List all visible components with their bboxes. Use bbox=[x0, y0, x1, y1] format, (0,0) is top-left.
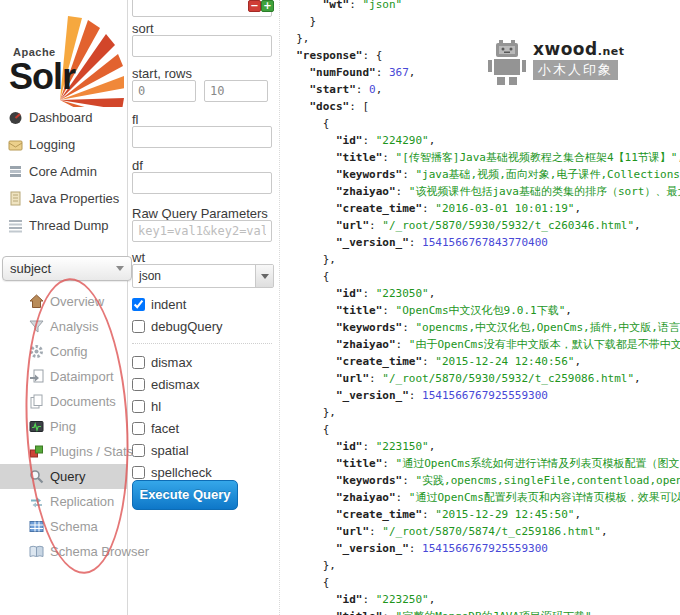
json-line: "title": "[传智播客]Java基础视频教程之集合框架4【11节课】", bbox=[283, 149, 680, 166]
execute-query-button[interactable]: Execute Query bbox=[132, 480, 238, 510]
json-line: }, bbox=[283, 251, 680, 268]
add-fq-button[interactable]: + bbox=[261, 0, 274, 12]
json-line: { bbox=[283, 268, 680, 285]
query-icon bbox=[29, 469, 44, 484]
json-line: "keywords": "opencms,中文汉化包,OpenCms,插件,中文… bbox=[283, 319, 680, 336]
sort-input[interactable] bbox=[132, 35, 272, 57]
nav-item-dashboard[interactable]: Dashboard bbox=[0, 104, 127, 131]
option-indent[interactable]: indent bbox=[132, 293, 277, 315]
nav-item-thread-dump[interactable]: Thread Dump bbox=[0, 212, 127, 239]
core-nav-item-overview[interactable]: Overview bbox=[0, 289, 127, 314]
json-line: "url": "/_root/5870/5930/5932/t_c260346.… bbox=[283, 217, 680, 234]
json-line: { bbox=[283, 115, 680, 132]
nav-item-logging[interactable]: Logging bbox=[0, 131, 127, 158]
option-hl-label: hl bbox=[151, 399, 161, 414]
core-nav-item-dataimport[interactable]: Dataimport bbox=[0, 364, 127, 389]
option-indent-checkbox[interactable] bbox=[132, 298, 145, 311]
core-nav-item-config[interactable]: Config bbox=[0, 339, 127, 364]
core-nav-item-schema[interactable]: Schema bbox=[0, 514, 127, 539]
wt-selected-value: json bbox=[133, 269, 255, 283]
solr-logo: Apache Solr bbox=[0, 10, 127, 105]
option-debugquery-checkbox[interactable] bbox=[132, 320, 145, 333]
option-edismax-checkbox[interactable] bbox=[132, 378, 145, 391]
documents-icon bbox=[29, 394, 44, 409]
fl-label: fl bbox=[132, 112, 139, 127]
core-selector-value: subject bbox=[10, 261, 51, 276]
core-nav-item-documents-label: Documents bbox=[50, 394, 116, 409]
core-nav-item-schema-browser[interactable]: Schema Browser bbox=[0, 539, 127, 564]
json-line: "id": "223050", bbox=[283, 285, 680, 302]
core-nav-item-ping[interactable]: Ping bbox=[0, 414, 127, 439]
json-line: } bbox=[283, 13, 680, 30]
json-line: { bbox=[283, 421, 680, 438]
core-nav-item-ping-label: Ping bbox=[50, 419, 76, 434]
json-line: "id": "223150", bbox=[283, 438, 680, 455]
watermark-text: xwood.net 小木人印象 bbox=[533, 39, 624, 80]
raw-query-params-input[interactable] bbox=[132, 220, 272, 242]
df-input[interactable] bbox=[132, 172, 272, 194]
core-nav-item-documents[interactable]: Documents bbox=[0, 389, 127, 414]
watermark-site: xwood.net bbox=[533, 39, 624, 59]
option-spatial-checkbox[interactable] bbox=[132, 444, 145, 457]
plugins-icon bbox=[29, 444, 44, 459]
schema-browser-icon bbox=[29, 544, 44, 559]
core-nav-item-analysis[interactable]: Analysis bbox=[0, 314, 127, 339]
core-nav-item-query-label: Query bbox=[50, 469, 85, 484]
ping-icon bbox=[29, 419, 44, 434]
option-facet[interactable]: facet bbox=[132, 417, 277, 439]
start-rows-label: start, rows bbox=[132, 66, 192, 81]
option-dismax[interactable]: dismax bbox=[132, 351, 277, 373]
json-line: "_version_": 1541566767843770400 bbox=[283, 234, 680, 251]
overview-icon bbox=[29, 294, 44, 309]
json-line: "create_time": "2015-12-24 12:40:56", bbox=[283, 353, 680, 370]
core-nav-item-plugins-stats[interactable]: Plugins / Stats bbox=[0, 439, 127, 464]
json-line: { bbox=[283, 574, 680, 591]
sidebar: Apache Solr DashboardLoggingCore AdminJa… bbox=[0, 0, 128, 615]
option-edismax[interactable]: edismax bbox=[132, 373, 277, 395]
thread-dump-icon bbox=[8, 218, 23, 233]
json-line: "wt": "json" bbox=[283, 0, 680, 13]
core-nav-item-schema-label: Schema bbox=[50, 519, 98, 534]
core-nav-item-replication-label: Replication bbox=[50, 494, 114, 509]
option-dismax-checkbox[interactable] bbox=[132, 356, 145, 369]
option-hl-checkbox[interactable] bbox=[132, 400, 145, 413]
core-nav-item-plugins-stats-label: Plugins / Stats bbox=[50, 444, 133, 459]
nav-item-java-properties[interactable]: Java Properties bbox=[0, 185, 127, 212]
wt-select[interactable]: json bbox=[132, 264, 274, 288]
logging-icon bbox=[8, 137, 23, 152]
chevron-down-icon bbox=[261, 274, 269, 279]
option-spatial[interactable]: spatial bbox=[132, 439, 277, 461]
remove-fq-button[interactable]: − bbox=[248, 0, 261, 12]
json-line: "create_time": "2015-12-29 12:45:50", bbox=[283, 506, 680, 523]
secondary-options: dismaxedismaxhlfacetspatialspellcheck bbox=[132, 351, 277, 483]
query-result-panel: "wt": "json" } }, "response": { "numFoun… bbox=[280, 0, 680, 615]
schema-icon bbox=[29, 519, 44, 534]
dashboard-icon bbox=[8, 110, 23, 125]
core-nav: OverviewAnalysisConfigDataimportDocument… bbox=[0, 289, 127, 564]
nav-item-core-admin[interactable]: Core Admin bbox=[0, 158, 127, 185]
json-line: "zhaiyao": "通过OpenCms配置列表页和内容详情页模板，效果可以在… bbox=[283, 489, 680, 506]
nav-item-core-admin-label: Core Admin bbox=[29, 164, 97, 179]
option-facet-checkbox[interactable] bbox=[132, 422, 145, 435]
dataimport-icon bbox=[29, 369, 44, 384]
json-line: "_version_": 1541566767925559300 bbox=[283, 540, 680, 557]
options-divider bbox=[132, 343, 272, 344]
java-properties-icon bbox=[8, 191, 23, 206]
core-nav-item-config-label: Config bbox=[50, 344, 88, 359]
wt-dropdown-button[interactable] bbox=[255, 265, 273, 287]
start-input[interactable] bbox=[132, 80, 196, 102]
fl-input[interactable] bbox=[132, 126, 272, 148]
option-debugquery[interactable]: debugQuery bbox=[132, 315, 277, 337]
nav-item-java-properties-label: Java Properties bbox=[29, 191, 119, 206]
rows-input[interactable] bbox=[204, 80, 268, 102]
core-admin-icon bbox=[8, 164, 23, 179]
option-spellcheck-checkbox[interactable] bbox=[132, 466, 145, 479]
core-selector-dropdown[interactable]: subject bbox=[2, 256, 132, 281]
core-nav-item-query[interactable]: Query bbox=[0, 464, 127, 489]
json-response-output: "wt": "json" } }, "response": { "numFoun… bbox=[283, 0, 680, 615]
option-hl[interactable]: hl bbox=[132, 395, 277, 417]
wt-label: wt bbox=[132, 250, 145, 265]
json-line: "zhaiyao": "由于OpenCms没有非中文版本，默认下载都是不带中文配… bbox=[283, 336, 680, 353]
core-nav-item-replication[interactable]: Replication bbox=[0, 489, 127, 514]
json-line: "keywords": "实践,opencms,singleFile,conte… bbox=[283, 472, 680, 489]
